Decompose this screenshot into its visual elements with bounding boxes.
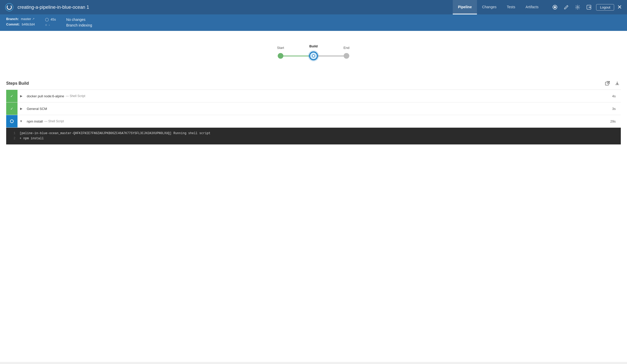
settings-button[interactable] [573,3,582,11]
edit-button[interactable] [562,3,570,11]
branch-value: master ↗ [21,17,34,21]
meta-left: Branch: master ↗ Commit: b46b3d4 [6,17,35,27]
time-row: ○ - [45,23,56,27]
log-text-2: + npm install [20,136,44,141]
step-type-1: — Shell Script [66,94,85,98]
step-expand-2[interactable]: ▶ [18,107,25,110]
meta-right: No changes Branch indexing [66,17,92,27]
step-duration-3: 29s [610,119,621,123]
node-label-build: Build [309,44,318,48]
pipeline-node-start[interactable]: Start [278,53,283,59]
svg-point-1 [554,6,556,8]
no-changes: No changes [66,18,92,22]
duration-value: 45s [50,18,56,21]
header: creating-a-pipeline-in-blue-ocean 1 Pipe… [0,0,627,14]
pipeline-nodes: Start Build End [278,51,349,60]
step-duration-1: 4s [612,94,621,98]
external-link-icon[interactable]: ↗ [32,17,34,21]
log-num-1: 1 [10,131,15,136]
nav-pipeline[interactable]: Pipeline [453,0,477,14]
time-icon: ○ [45,23,47,27]
clock-icon: ◯ [45,18,49,21]
step-row-1: ✓ ▶ docker pull node:6-alpine — Shell Sc… [6,90,621,102]
main-nav: Pipeline Changes Tests Artifacts [453,0,544,14]
step-status-1: ✓ [6,90,18,102]
page-title: creating-a-pipeline-in-blue-ocean 1 [18,5,89,10]
step-expand-3[interactable]: ▼ [18,119,25,123]
step-running-icon-3 [10,119,14,123]
nav-artifacts[interactable]: Artifacts [520,0,544,14]
step-expand-1[interactable]: ▶ [18,94,25,98]
step-name-3: npm install — Shell Script [25,119,610,123]
steps-actions [604,80,621,87]
steps-title: Steps Build [6,81,29,86]
step-status-2: ✓ [6,102,18,115]
step-check-icon-2: ✓ [10,107,13,111]
steps-header: Steps Build [6,76,621,90]
header-actions: Logout ✕ [551,3,622,11]
pipeline-line-left [283,56,309,56]
logout-button[interactable]: Logout [596,4,614,11]
meta-center: ◯ 45s ○ - [45,17,56,27]
log-num-2: 2 [10,136,15,141]
log-line-1: 1 [peline-in-blue-ocean_master-QHFKIFNIE… [10,131,617,136]
step-row-2: ✓ ▶ General SCM 3s [6,102,621,115]
duration-row: ◯ 45s [45,18,56,21]
steps-list: ✓ ▶ docker pull node:6-alpine — Shell Sc… [6,90,621,145]
step-type-3: — Shell Script [44,119,64,123]
main-content: Start Build End Step [0,31,627,362]
exit-button[interactable] [585,3,593,11]
step-row-3: ▼ npm install — Shell Script 29s [6,115,621,128]
pipeline-line-right [318,56,344,56]
record-button[interactable] [551,3,559,11]
node-circle-start [278,53,283,59]
close-button[interactable]: ✕ [617,4,622,11]
time-value: - [49,23,50,27]
log-text-1: [peline-in-blue-ocean_master-QHFKIFNIE7F… [20,131,211,136]
nav-tests[interactable]: Tests [502,0,520,14]
step-check-icon-1: ✓ [10,94,13,98]
sub-header: Branch: master ↗ Commit: b46b3d4 ◯ 45s ○… [0,14,627,31]
open-in-new-button[interactable] [604,80,611,87]
step-status-3 [6,115,18,127]
app-logo [5,3,13,11]
download-button[interactable] [614,80,621,87]
step-duration-2: 3s [612,107,621,111]
branch-indexing: Branch indexing [66,23,92,27]
nav-changes[interactable]: Changes [477,0,502,14]
node-circle-end [344,53,349,59]
commit-label: Commit: [6,22,20,26]
pipeline-diagram: Start Build End [0,41,627,76]
commit-value: b46b3d4 [22,22,35,26]
pipeline-node-end[interactable]: End [344,53,349,59]
step-name-2: General SCM [25,107,612,111]
branch-label: Branch: [6,17,19,21]
svg-point-2 [577,6,578,8]
node-circle-build [309,51,318,60]
steps-section: Steps Build ✓ ▶ docker pull node:6-alpin… [6,76,621,145]
log-output: 1 [peline-in-blue-ocean_master-QHFKIFNIE… [6,128,621,145]
node-label-end: End [343,46,349,50]
node-label-start: Start [277,46,284,50]
log-line-2: 2 + npm install [10,136,617,141]
step-name-1: docker pull node:6-alpine — Shell Script [25,94,612,98]
pipeline-node-build[interactable]: Build [309,51,318,60]
